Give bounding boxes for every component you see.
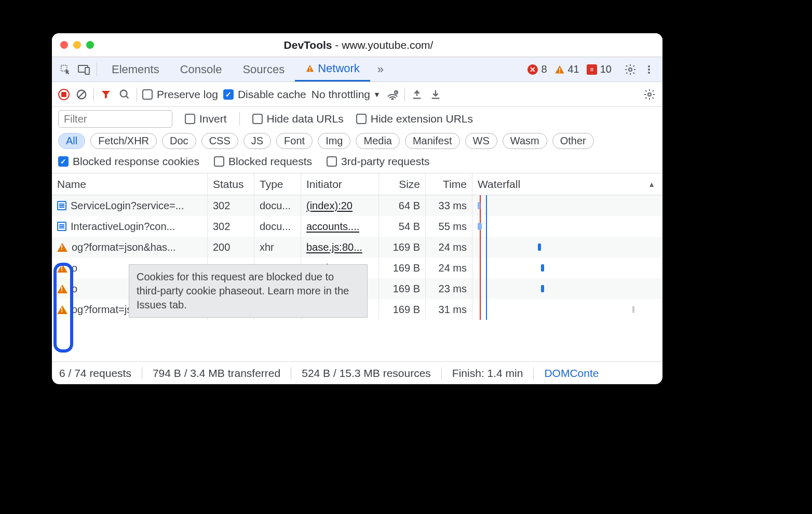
- minimize-window-button[interactable]: [73, 41, 81, 49]
- requests-table-body: ServiceLogin?service=...302docu...(index…: [52, 195, 662, 361]
- clear-button[interactable]: [75, 88, 88, 101]
- warning-icon: [554, 64, 565, 75]
- kebab-menu-icon[interactable]: [641, 61, 657, 78]
- document-icon: [57, 222, 66, 231]
- hide-extension-urls-checkbox[interactable]: Hide extension URLs: [356, 113, 473, 125]
- tab-console[interactable]: Console: [170, 57, 233, 82]
- chip-ws[interactable]: WS: [465, 133, 497, 149]
- document-icon: [57, 201, 66, 210]
- chip-other[interactable]: Other: [552, 133, 594, 149]
- window-controls: [60, 41, 94, 49]
- window-title: DevTools - www.youtube.com/: [94, 39, 623, 51]
- col-size[interactable]: Size: [379, 173, 426, 195]
- inspect-element-icon[interactable]: [57, 61, 74, 78]
- request-size: 54 B: [379, 216, 426, 237]
- blocked-cookies-checkbox[interactable]: Blocked response cookies: [58, 155, 199, 168]
- network-conditions-icon[interactable]: [386, 88, 399, 101]
- tab-network[interactable]: Network: [295, 57, 370, 82]
- panel-tabs-row: Elements Console Sources Network » ✕ 8 4…: [52, 57, 662, 82]
- request-size: 169 B: [379, 299, 426, 320]
- devtools-window: DevTools - www.youtube.com/ Elements Con…: [52, 33, 662, 384]
- tab-elements[interactable]: Elements: [101, 57, 170, 82]
- device-toolbar-icon[interactable]: [76, 61, 92, 78]
- search-icon[interactable]: [118, 88, 131, 101]
- svg-rect-3: [309, 67, 310, 70]
- warnings-count: 41: [568, 63, 579, 75]
- resources: 524 B / 15.3 MB resources: [302, 367, 431, 380]
- svg-rect-2: [85, 67, 89, 74]
- chip-fetch-xhr[interactable]: Fetch/XHR: [90, 133, 157, 149]
- chip-doc[interactable]: Doc: [162, 133, 196, 149]
- filter-input[interactable]: [58, 110, 172, 128]
- chevron-down-icon: ▼: [373, 90, 381, 99]
- annotation-highlight: [53, 263, 73, 353]
- col-name[interactable]: Name: [52, 173, 208, 195]
- tab-sources[interactable]: Sources: [232, 57, 295, 82]
- col-initiator[interactable]: Initiator: [301, 173, 379, 195]
- svg-rect-5: [559, 68, 560, 71]
- request-size: 169 B: [379, 258, 426, 278]
- chip-css[interactable]: CSS: [201, 133, 238, 149]
- export-har-icon[interactable]: [429, 88, 442, 101]
- request-status: 200: [208, 237, 254, 258]
- svg-point-8: [648, 65, 650, 67]
- third-party-checkbox[interactable]: 3rd-party requests: [327, 155, 429, 168]
- table-row[interactable]: ServiceLogin?service=...302docu...(index…: [52, 195, 662, 216]
- col-waterfall[interactable]: Waterfall ▲: [472, 173, 662, 195]
- import-har-icon[interactable]: [410, 88, 424, 101]
- status-badges: ✕ 8 41 ≡ 10: [525, 63, 614, 75]
- filter-icon[interactable]: [99, 88, 113, 101]
- request-size: 64 B: [379, 195, 426, 216]
- requests-count: 6 / 74 requests: [59, 367, 131, 380]
- svg-point-17: [648, 93, 651, 96]
- panel-settings-icon[interactable]: [643, 88, 656, 101]
- disable-cache-checkbox[interactable]: Disable cache: [223, 88, 306, 101]
- svg-point-13: [120, 90, 127, 97]
- issues-count: 10: [600, 63, 612, 75]
- svg-line-12: [78, 91, 85, 98]
- request-waterfall: [472, 216, 662, 237]
- record-button[interactable]: [58, 89, 70, 100]
- request-name: InteractiveLogin?con...: [71, 221, 175, 233]
- settings-icon[interactable]: [622, 61, 639, 78]
- close-window-button[interactable]: [60, 41, 68, 49]
- preserve-log-checkbox[interactable]: Preserve log: [142, 88, 218, 101]
- extra-filters-row: Blocked response cookies Blocked request…: [52, 153, 662, 173]
- issues-badge[interactable]: ≡ 10: [585, 63, 614, 75]
- request-type: docu...: [254, 195, 301, 216]
- requests-table-header: Name Status Type Initiator Size Time Wat…: [52, 173, 662, 195]
- warning-icon: [305, 64, 315, 73]
- throttling-select[interactable]: No throttling ▼: [312, 88, 381, 101]
- invert-checkbox[interactable]: Invert: [185, 113, 227, 125]
- finish-time: Finish: 1.4 min: [452, 367, 523, 380]
- chip-manifest[interactable]: Manifest: [405, 133, 460, 149]
- request-initiator[interactable]: accounts....: [306, 221, 359, 233]
- blocked-requests-checkbox[interactable]: Blocked requests: [214, 155, 312, 168]
- col-time[interactable]: Time: [426, 173, 472, 195]
- request-status: 302: [208, 216, 254, 237]
- table-row[interactable]: InteractiveLogin?con...302docu...account…: [52, 216, 662, 237]
- chip-all[interactable]: All: [58, 133, 85, 149]
- request-initiator[interactable]: (index):20: [306, 200, 353, 212]
- errors-badge[interactable]: ✕ 8: [525, 63, 549, 75]
- blocked-cookies-tooltip: Cookies for this request are blocked due…: [129, 264, 368, 318]
- chip-img[interactable]: Img: [318, 133, 350, 149]
- title-sep: -: [332, 39, 342, 51]
- hide-data-urls-checkbox[interactable]: Hide data URLs: [252, 113, 344, 125]
- chip-wasm[interactable]: Wasm: [503, 133, 547, 149]
- title-app: DevTools: [284, 39, 332, 51]
- more-tabs-button[interactable]: »: [372, 63, 389, 76]
- chip-font[interactable]: Font: [276, 133, 313, 149]
- request-waterfall: [472, 237, 662, 258]
- col-status[interactable]: Status: [208, 173, 254, 195]
- warnings-badge[interactable]: 41: [552, 63, 581, 75]
- chip-media[interactable]: Media: [356, 133, 399, 149]
- request-size: 169 B: [379, 237, 426, 258]
- request-waterfall: [472, 258, 662, 278]
- maximize-window-button[interactable]: [86, 41, 94, 49]
- sort-indicator-icon: ▲: [648, 180, 655, 188]
- col-type[interactable]: Type: [254, 173, 301, 195]
- table-row[interactable]: og?format=json&has...200xhrbase.js:80...…: [52, 237, 662, 258]
- request-initiator[interactable]: base.js:80...: [306, 241, 362, 253]
- chip-js[interactable]: JS: [243, 133, 271, 149]
